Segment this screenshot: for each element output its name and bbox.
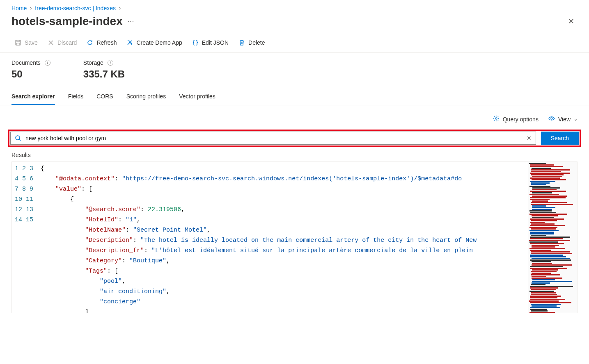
breadcrumb-home[interactable]: Home [11,5,27,11]
clear-icon[interactable]: ✕ [523,135,536,141]
tabs: Search explorer Fields CORS Scoring prof… [0,90,589,105]
eye-icon [548,115,555,123]
documents-stat: Documents i 50 [11,59,50,80]
tab-scoring[interactable]: Scoring profiles [126,90,166,105]
trash-icon [238,39,245,46]
stats-row: Documents i 50 Storage i 335.7 KB [0,53,589,90]
search-bar-highlight: ✕ Search [8,130,581,147]
discard-button: Discard [44,37,80,48]
search-input-wrap: ✕ [10,132,536,145]
create-demo-button[interactable]: Create Demo App [123,37,185,48]
chevron-down-icon: ⌄ [574,116,578,122]
discard-icon [48,39,54,46]
delete-button[interactable]: Delete [235,37,268,48]
save-label: Save [25,39,38,46]
svg-point-3 [551,118,552,119]
minimap[interactable] [528,162,577,313]
documents-value: 50 [11,68,50,80]
query-options-button[interactable]: Query options [493,115,539,123]
tab-fields[interactable]: Fields [68,90,83,105]
svg-point-4 [16,136,20,140]
chevron-icon: › [119,5,121,11]
info-icon[interactable]: i [108,60,113,66]
query-options-label: Query options [503,116,539,123]
storage-label: Storage [83,59,103,66]
view-button[interactable]: View ⌄ [548,115,578,123]
create-demo-label: Create Demo App [136,39,182,46]
results-editor: 1 2 3 4 5 6 7 8 9 10 11 12 13 14 15 { "@… [11,162,578,313]
refresh-icon [87,39,93,46]
results-label: Results [0,150,589,160]
documents-label: Documents [11,59,41,66]
discard-label: Discard [57,39,77,46]
view-label: View [558,116,571,123]
search-input[interactable] [25,132,523,144]
refresh-button[interactable]: Refresh [83,37,120,48]
braces-icon [192,39,199,46]
storage-value: 335.7 KB [83,68,125,80]
refresh-label: Refresh [96,39,117,46]
delete-label: Delete [248,39,265,46]
save-button: Save [11,37,41,48]
toolbar: Save Discard Refresh Create Demo App Edi… [0,34,589,53]
tab-cors[interactable]: CORS [96,90,113,105]
edit-json-label: Edit JSON [202,39,229,46]
breadcrumb: Home › free-demo-search-svc | Indexes › [0,0,589,11]
results-json[interactable]: { "@odata.context": "https://free-demo-s… [41,162,528,313]
svg-rect-1 [16,43,20,45]
gear-icon [493,115,500,123]
page-title: hotels-sample-index [11,15,123,28]
breadcrumb-service[interactable]: free-demo-search-svc | Indexes [35,5,116,11]
edit-json-button[interactable]: Edit JSON [189,37,232,48]
line-gutter: 1 2 3 4 5 6 7 8 9 10 11 12 13 14 15 [12,162,41,313]
save-icon [15,39,21,46]
storage-stat: Storage i 335.7 KB [83,59,125,80]
chevron-icon: › [30,5,32,11]
search-icon [11,135,25,141]
search-button[interactable]: Search [541,132,579,145]
close-icon[interactable]: ✕ [565,15,578,27]
tab-vector[interactable]: Vector profiles [179,90,215,105]
info-icon[interactable]: i [45,60,50,66]
tab-search-explorer[interactable]: Search explorer [11,90,55,105]
create-demo-icon [126,39,133,46]
svg-point-2 [495,118,497,119]
more-icon[interactable]: ··· [128,18,134,25]
